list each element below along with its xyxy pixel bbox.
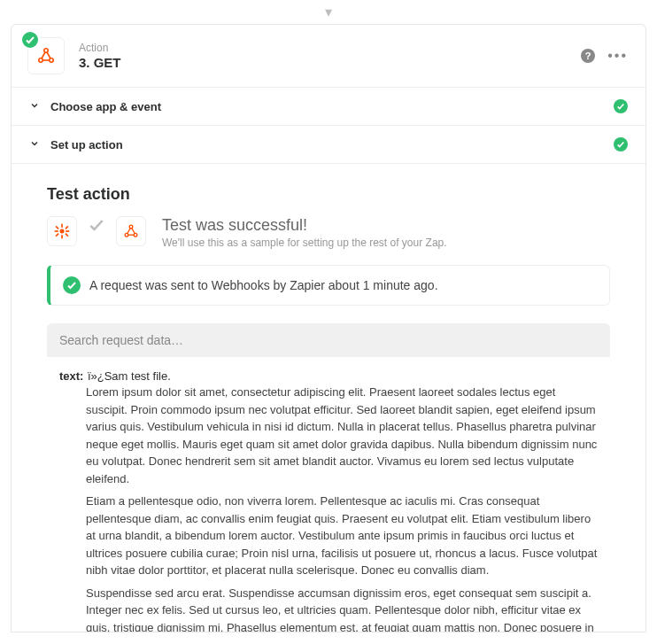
banner-check-icon	[63, 276, 81, 294]
svg-rect-10	[56, 233, 59, 237]
success-banner: A request was sent to Webhooks by Zapier…	[47, 265, 610, 306]
result-paragraph: Etiam a pellentesque odio, non viverra l…	[86, 493, 598, 579]
svg-rect-9	[65, 233, 68, 237]
success-row: Test was successful! We'll use this as a…	[47, 216, 610, 249]
help-icon[interactable]: ?	[581, 49, 595, 63]
banner-text: A request was sent to Webhooks by Zapier…	[89, 278, 438, 292]
step-subtitle: Action	[79, 42, 121, 54]
svg-point-14	[134, 233, 137, 237]
svg-point-3	[60, 229, 65, 234]
svg-rect-11	[65, 226, 68, 229]
check-divider-icon	[88, 216, 105, 234]
more-menu-icon[interactable]: •••	[607, 48, 628, 64]
result-inline-value: ï»¿Sam test file.	[88, 369, 171, 383]
step-header: Action 3. GET ? •••	[12, 25, 645, 87]
search-input[interactable]	[59, 333, 598, 347]
step-title: 3. GET	[79, 55, 121, 70]
action-step-card: Action 3. GET ? ••• Choose app & event S…	[11, 24, 646, 632]
test-action-title: Test action	[47, 185, 610, 204]
success-subtext: We'll use this as a sample for setting u…	[162, 237, 447, 249]
test-action-body: Test action Test was successful! We'll	[12, 163, 645, 632]
section-complete-icon	[614, 137, 628, 151]
zapier-app-icon	[47, 216, 77, 246]
section-choose-app[interactable]: Choose app & event	[12, 87, 645, 125]
svg-point-12	[129, 225, 133, 229]
svg-rect-5	[61, 235, 63, 238]
chevron-down-icon	[29, 98, 40, 114]
section-label: Set up action	[50, 138, 123, 151]
svg-point-13	[125, 233, 128, 237]
flow-arrow-icon: ▾	[0, 0, 657, 24]
search-bar	[47, 323, 610, 357]
svg-rect-4	[61, 224, 63, 228]
svg-rect-6	[55, 230, 58, 232]
svg-point-2	[50, 58, 53, 62]
section-complete-icon	[614, 99, 628, 113]
section-label: Choose app & event	[50, 100, 161, 113]
svg-rect-7	[66, 230, 69, 232]
svg-rect-8	[56, 226, 59, 229]
webhooks-app-icon	[116, 216, 146, 246]
result-paragraph: Lorem ipsum dolor sit amet, consectetur …	[86, 384, 598, 487]
section-set-up-action[interactable]: Set up action	[12, 125, 645, 163]
success-heading: Test was successful!	[162, 216, 447, 235]
svg-point-0	[44, 49, 48, 52]
result-paragraph: Suspendisse sed arcu erat. Suspendisse a…	[86, 585, 598, 632]
svg-point-1	[39, 58, 43, 62]
chevron-down-icon	[29, 136, 40, 152]
step-complete-check-icon	[20, 30, 40, 50]
result-data-scroll[interactable]: text: ï»¿Sam test file. Lorem ipsum dolo…	[47, 357, 610, 632]
results-panel: text: ï»¿Sam test file. Lorem ipsum dolo…	[47, 323, 610, 632]
result-key: text:	[59, 369, 83, 383]
